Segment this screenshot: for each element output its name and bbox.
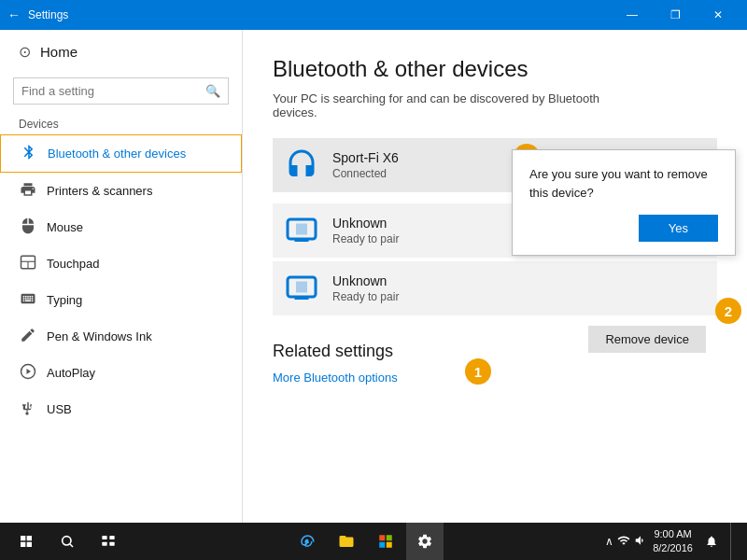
home-icon: ⊙	[19, 43, 31, 61]
sidebar-item-printers[interactable]: Printers & scanners	[0, 173, 242, 209]
search-box[interactable]: 🔍	[13, 77, 229, 105]
sidebar-item-usb[interactable]: USB	[0, 391, 242, 427]
taskbar-left	[7, 523, 127, 560]
search-icon: 🔍	[198, 78, 228, 104]
sidebar-item-typing-label: Typing	[47, 293, 82, 307]
titlebar-left: ← Settings	[7, 7, 68, 22]
bluetooth-icon	[20, 144, 38, 163]
taskbar-settings-icon[interactable]	[406, 523, 444, 560]
device-item-unknown2[interactable]: Unknown Ready to pair	[273, 261, 717, 315]
search-input[interactable]	[14, 78, 198, 104]
svg-rect-16	[109, 542, 114, 546]
taskbar-time: 9:00 AM 8/2/2016	[653, 527, 693, 556]
confirm-text: Are you sure you want to remove this dev…	[529, 165, 718, 202]
sidebar-item-bluetooth[interactable]: Bluetooth & other devices	[0, 134, 242, 173]
sidebar-item-mouse-label: Mouse	[47, 220, 83, 234]
page-title: Bluetooth & other devices	[273, 56, 717, 82]
svg-rect-9	[295, 297, 309, 300]
sidebar-item-bluetooth-label: Bluetooth & other devices	[48, 147, 186, 161]
svg-point-11	[63, 537, 71, 545]
svg-rect-17	[379, 535, 385, 540]
minimize-button[interactable]: —	[611, 0, 654, 30]
sidebar-item-touchpad-label: Touchpad	[47, 257, 99, 271]
more-bluetooth-link[interactable]: More Bluetooth options	[273, 371, 717, 385]
device-icon-unknown2	[284, 271, 319, 306]
confirm-yes-button[interactable]: Yes	[639, 215, 718, 242]
pen-icon	[19, 327, 37, 346]
titlebar-controls: — ❐ ✕	[611, 0, 740, 30]
volume-icon[interactable]	[634, 534, 647, 550]
taskbar-edge-icon[interactable]	[289, 523, 326, 560]
show-desktop-button[interactable]	[730, 523, 740, 560]
svg-marker-4	[27, 369, 32, 374]
sidebar-item-typing[interactable]: Typing	[0, 282, 242, 318]
sidebar: ⊙ Home 🔍 Devices Bluetooth & other devic…	[0, 30, 243, 560]
mouse-icon	[19, 217, 37, 237]
svg-line-12	[70, 544, 73, 547]
sidebar-item-touchpad[interactable]: Touchpad	[0, 245, 242, 282]
printers-icon	[19, 181, 37, 201]
usb-icon	[19, 399, 37, 419]
main-subtitle: Your PC is searching for and can be disc…	[273, 91, 646, 119]
svg-rect-19	[379, 542, 385, 548]
sidebar-section-label: Devices	[0, 112, 242, 134]
notification-button[interactable]	[698, 523, 725, 560]
taskbar-explorer-icon[interactable]	[328, 523, 365, 560]
headphones-icon	[284, 147, 319, 183]
sidebar-item-usb-label: USB	[47, 402, 72, 416]
sidebar-item-autoplay[interactable]: AutoPlay	[0, 355, 242, 391]
restore-button[interactable]: ❐	[654, 0, 697, 30]
sidebar-home[interactable]: ⊙ Home	[0, 30, 242, 74]
device-name-unknown2: Unknown	[332, 273, 706, 288]
svg-rect-20	[387, 542, 392, 548]
autoplay-icon	[19, 363, 37, 383]
network-icon	[617, 534, 630, 550]
sidebar-item-pen[interactable]: Pen & Windows Ink	[0, 318, 242, 355]
titlebar-title: Settings	[28, 8, 68, 21]
svg-rect-14	[109, 536, 114, 539]
sidebar-item-pen-label: Pen & Windows Ink	[47, 329, 152, 343]
sidebar-item-mouse[interactable]: Mouse	[0, 209, 242, 245]
svg-rect-13	[102, 536, 106, 539]
sidebar-home-label: Home	[40, 44, 78, 60]
svg-rect-18	[387, 535, 392, 540]
taskbar-right: ∧ 9:00 AM 8/2/2016	[605, 523, 740, 560]
app-body: ⊙ Home 🔍 Devices Bluetooth & other devic…	[0, 30, 747, 560]
taskbar-store-icon[interactable]	[367, 523, 404, 560]
search-taskbar-button[interactable]	[49, 523, 86, 560]
svg-rect-6	[295, 239, 309, 242]
svg-rect-10	[296, 282, 307, 293]
typing-icon	[19, 290, 37, 310]
svg-rect-7	[296, 224, 307, 235]
device-status-unknown2: Ready to pair	[332, 290, 706, 303]
taskbar-up-arrow[interactable]: ∧	[605, 535, 613, 548]
svg-rect-15	[102, 542, 106, 546]
start-button[interactable]	[7, 523, 45, 560]
step-badge-2: 2	[715, 298, 741, 324]
taskbar: ∧ 9:00 AM 8/2/2016	[0, 523, 747, 560]
taskbar-center	[289, 523, 444, 560]
device-info-unknown2: Unknown Ready to pair	[332, 273, 706, 303]
touchpad-icon	[19, 254, 37, 273]
sidebar-item-printers-label: Printers & scanners	[47, 184, 152, 198]
close-button[interactable]: ✕	[697, 0, 740, 30]
main-content: Bluetooth & other devices Your PC is sea…	[243, 30, 747, 560]
titlebar: ← Settings — ❐ ✕	[0, 0, 747, 30]
device-icon-unknown1	[284, 213, 319, 248]
titlebar-back-button[interactable]: ←	[7, 7, 21, 22]
confirm-dialog: Are you sure you want to remove this dev…	[512, 149, 736, 256]
task-view-button[interactable]	[90, 523, 127, 560]
sidebar-item-autoplay-label: AutoPlay	[47, 366, 95, 380]
taskbar-system-icons: ∧	[605, 534, 647, 550]
remove-device-button[interactable]: Remove device	[588, 326, 706, 353]
